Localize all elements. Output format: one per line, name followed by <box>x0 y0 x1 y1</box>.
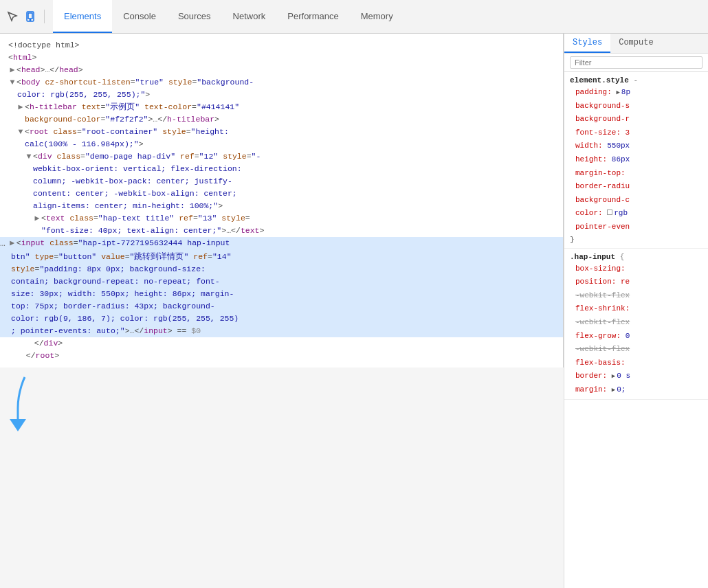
element-style-selector: element.style - <box>564 75 708 86</box>
dom-line-text-cont: "font-size: 40px; text-align: center;">…… <box>0 225 563 237</box>
tab-console[interactable]: Console <box>112 0 167 33</box>
dom-line-input-cont4: size: 30px; width: 550px; height: 86px; … <box>0 288 563 300</box>
styles-filter[interactable] <box>564 54 708 72</box>
dom-line-div-close: </div> <box>0 337 563 350</box>
hap-style-position: position: re <box>564 275 708 289</box>
style-rule-border-radius: border-radiu <box>564 180 708 194</box>
triangle-text[interactable]: ▶ <box>33 212 41 224</box>
style-rule-color: color: rgb <box>564 207 708 220</box>
closing-brace: } <box>564 234 708 245</box>
style-rule-bg-size: background-s <box>564 100 708 113</box>
triangle-input[interactable]: ▶ <box>8 237 16 249</box>
tab-sources[interactable]: Sources <box>167 0 222 33</box>
dom-line-doctype: <!doctype html> <box>0 39 563 52</box>
blue-arrow-annotation <box>4 370 59 432</box>
devtools-topbar: Elements Console Sources Network Perform… <box>0 0 708 34</box>
element-style-section: element.style - padding: ▶ 8p background… <box>564 72 708 249</box>
filter-input[interactable] <box>570 56 703 69</box>
hap-style-webkit-flex3: -webkit-flex <box>564 343 708 357</box>
tab-performance[interactable]: Performance <box>276 0 349 33</box>
topbar-tabs: Elements Console Sources Network Perform… <box>53 0 404 33</box>
devtools-main: <!doctype html> <html> ▶ <head>…</head> … <box>0 34 708 588</box>
dom-line-html: <html> <box>0 52 563 64</box>
device-icon[interactable] <box>23 10 37 23</box>
ellipsis-indicator: … <box>0 237 5 251</box>
dom-line-root-cont: calc(100% - 116.984px);"> <box>0 138 563 150</box>
style-rule-margin-top: margin-top: <box>564 167 708 181</box>
topbar-icons <box>5 10 45 23</box>
style-rule-height: height: 86px <box>564 153 708 167</box>
dom-line-htitlebar-cont: background-color="#f2f2f2">…</h-titlebar… <box>0 113 563 126</box>
hap-style-box-sizing: box-sizing: <box>564 262 708 276</box>
triangle-doctype <box>0 39 8 51</box>
dom-line-body-cont: color: rgb(255, 255, 255);"> <box>0 89 563 101</box>
hap-style-flex-shrink: flex-shrink: <box>564 302 708 316</box>
style-rule-padding: padding: ▶ 8p <box>564 86 708 100</box>
dom-line-input[interactable]: … ▶ <input class="hap-ipt-7727195632444 … <box>0 237 563 251</box>
dom-line-input-cont3: contain; background-repeat: no-repeat; f… <box>0 275 563 288</box>
hap-style-border: border: ▶ 0 s <box>564 370 708 383</box>
dom-panel-wrapper: <!doctype html> <html> ▶ <head>…</head> … <box>0 34 564 588</box>
triangle-head[interactable]: ▶ <box>8 64 16 76</box>
triangle-root[interactable]: ▼ <box>16 126 25 137</box>
dom-line-root-close: </root> <box>0 350 563 362</box>
hap-style-webkit-flex2: -webkit-flex <box>564 316 708 330</box>
dom-line-input-cont7: ; pointer-events: auto;">…</input> == $0 <box>0 325 563 337</box>
style-rule-bg-color: background-c <box>564 194 708 207</box>
dom-line-root[interactable]: ▼ <root class="root-container" style="he… <box>0 126 563 138</box>
tab-computed[interactable]: Compute <box>610 34 661 53</box>
style-rule-width: width: 550px <box>564 139 708 153</box>
style-rule-pointer-events: pointer-even <box>564 220 708 234</box>
tab-elements[interactable]: Elements <box>53 0 112 33</box>
triangle-div[interactable]: ▼ <box>25 150 33 162</box>
tab-network[interactable]: Network <box>222 0 277 33</box>
triangle-body[interactable]: ▼ <box>8 76 16 88</box>
svg-point-2 <box>30 19 31 21</box>
tab-memory[interactable]: Memory <box>350 0 404 33</box>
dom-line-head[interactable]: ▶ <head>…</head> <box>0 64 563 76</box>
dom-line-input-cont1: btn" type="button" value="跳转到详情页" ref="1… <box>0 251 563 263</box>
dom-line-input-cont5: top: 75px; border-radius: 43px; backgrou… <box>0 300 563 313</box>
hap-style-webkit-flex1: -webkit-flex <box>564 289 708 303</box>
dom-line-input-cont2: style="padding: 8px 0px; background-size… <box>0 263 563 275</box>
color-swatch <box>607 210 612 215</box>
dom-line-div-cont4: align-items: center; min-height: 100%;"> <box>0 200 563 212</box>
hap-style-margin: margin: ▶ 0; <box>564 383 708 397</box>
hap-style-flex-basis: flex-basis: <box>564 357 708 370</box>
hap-style-flex-grow: flex-grow: 0 <box>564 330 708 343</box>
dom-line-body[interactable]: ▼ <body cz-shortcut-listen="true" style=… <box>0 76 563 89</box>
dom-line-htitlebar[interactable]: ▶ <h-titlebar text="示例页" text-color="#41… <box>0 101 563 113</box>
dom-line-text[interactable]: ▶ <text class="hap-text title" ref="13" … <box>0 212 563 225</box>
hap-input-selector: .hap-input { <box>564 251 708 262</box>
styles-tabs: Styles Compute <box>564 34 708 54</box>
dom-line-div-cont1: webkit-box-orient: vertical; flex-direct… <box>0 163 563 175</box>
dom-line-div-cont2: column; -webkit-box-pack: center; justif… <box>0 175 563 188</box>
styles-panel: Styles Compute element.style - padding: … <box>564 34 708 588</box>
style-rule-bg-repeat: background-r <box>564 113 708 126</box>
dom-panel[interactable]: <!doctype html> <html> ▶ <head>…</head> … <box>0 34 564 368</box>
triangle-htitlebar[interactable]: ▶ <box>16 101 25 113</box>
tab-styles[interactable]: Styles <box>564 34 610 53</box>
dom-line-div[interactable]: ▼ <div class="demo-page hap-div" ref="12… <box>0 150 563 163</box>
inspect-icon[interactable] <box>5 10 19 23</box>
hap-input-section: .hap-input { box-sizing: position: re -w… <box>564 249 708 400</box>
style-rule-font-size: font-size: 3 <box>564 126 708 140</box>
dom-line-input-cont6: color: rgb(9, 186, 7); color: rgb(255, 2… <box>0 313 563 325</box>
svg-rect-1 <box>28 13 32 19</box>
triangle-html <box>0 52 8 63</box>
dom-line-div-cont3: content: center; -webkit-box-align: cent… <box>0 188 563 200</box>
